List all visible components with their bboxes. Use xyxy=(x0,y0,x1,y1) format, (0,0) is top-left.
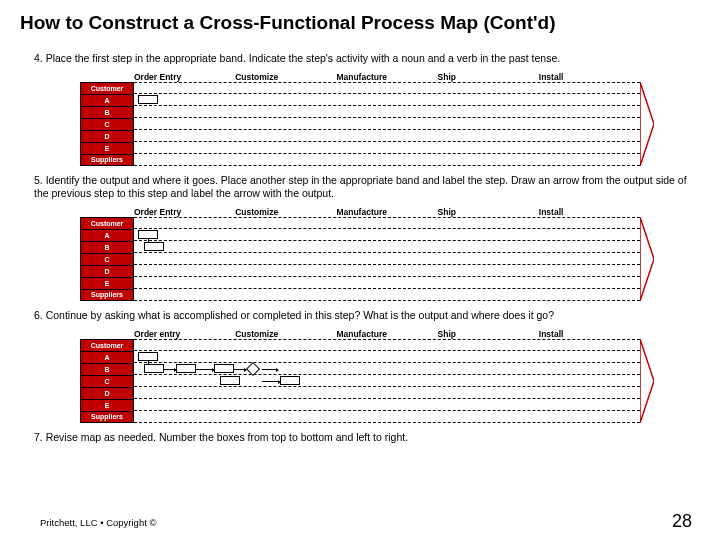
lane-label: Customer xyxy=(80,82,134,94)
process-step-box xyxy=(214,364,234,373)
phase-label: Order Entry xyxy=(134,207,235,217)
step-6-text: 6. Continue by asking what is accomplish… xyxy=(34,309,700,323)
phase-label: Customize xyxy=(235,329,336,339)
lane-label: D xyxy=(80,387,134,399)
lane-label: A xyxy=(80,229,134,241)
lane-label: Suppliers xyxy=(80,411,134,423)
lane-label: B xyxy=(80,241,134,253)
flow-arrowhead-icon xyxy=(640,217,654,301)
lane-label: E xyxy=(80,142,134,154)
phase-label: Manufacture xyxy=(336,329,437,339)
phase-label: Ship xyxy=(438,207,539,217)
swimlanes xyxy=(134,339,640,423)
svg-marker-0 xyxy=(640,82,654,166)
phase-label: Install xyxy=(539,329,640,339)
phase-label: Customize xyxy=(235,72,336,82)
lane-labels: Customer A B C D E Suppliers xyxy=(80,82,134,166)
lane-label: Customer xyxy=(80,217,134,229)
diagram-2: Order Entry Customize Manufacture Ship I… xyxy=(80,207,640,301)
process-step-box xyxy=(176,364,196,373)
decision-diamond xyxy=(246,361,260,375)
process-step-box xyxy=(144,364,164,373)
phase-label: Customize xyxy=(235,207,336,217)
phase-label: Ship xyxy=(438,329,539,339)
lane-label: E xyxy=(80,277,134,289)
page-number: 28 xyxy=(672,511,692,532)
connector-arrow-icon xyxy=(234,369,244,370)
lane-label: C xyxy=(80,375,134,387)
phase-label: Install xyxy=(539,72,640,82)
lane-label: D xyxy=(80,265,134,277)
connector-arrow-icon xyxy=(262,381,278,382)
lane-label: B xyxy=(80,363,134,375)
swimlanes xyxy=(134,82,640,166)
process-step-box xyxy=(144,242,164,251)
lane-label: E xyxy=(80,399,134,411)
svg-marker-2 xyxy=(640,339,654,423)
phase-headers: Order entry Customize Manufacture Ship I… xyxy=(134,329,640,339)
lane-label: C xyxy=(80,253,134,265)
diagram-1: Order Entry Customize Manufacture Ship I… xyxy=(80,72,640,166)
swimlanes xyxy=(134,217,640,301)
lane-label: D xyxy=(80,130,134,142)
connector-arrow-icon xyxy=(164,369,174,370)
process-step-box xyxy=(280,376,300,385)
step-7-text: 7. Revise map as needed. Number the boxe… xyxy=(34,431,700,445)
copyright-footer: Pritchett, LLC • Copyright © xyxy=(40,517,156,528)
flow-arrowhead-icon xyxy=(640,339,654,423)
step-4-text: 4. Place the first step in the appropria… xyxy=(34,52,700,66)
phase-label: Install xyxy=(539,207,640,217)
lane-label: Suppliers xyxy=(80,154,134,166)
lane-label: Customer xyxy=(80,339,134,351)
svg-marker-1 xyxy=(640,217,654,301)
phase-label: Ship xyxy=(438,72,539,82)
phase-headers: Order Entry Customize Manufacture Ship I… xyxy=(134,207,640,217)
connector-arrow-icon xyxy=(262,369,276,370)
process-step-box xyxy=(138,95,158,104)
process-step-box xyxy=(220,376,240,385)
step-5-text: 5. Identify the output and where it goes… xyxy=(34,174,700,201)
phase-label: Order Entry xyxy=(134,72,235,82)
phase-label: Manufacture xyxy=(336,72,437,82)
lane-label: A xyxy=(80,94,134,106)
lane-labels: Customer A B C D E Suppliers xyxy=(80,339,134,423)
phase-label: Order entry xyxy=(134,329,235,339)
lane-labels: Customer A B C D E Suppliers xyxy=(80,217,134,301)
process-step-box xyxy=(138,352,158,361)
connector-arrow-icon xyxy=(196,369,212,370)
page-title: How to Construct a Cross-Functional Proc… xyxy=(20,12,700,34)
diagram-3: Order entry Customize Manufacture Ship I… xyxy=(80,329,640,423)
phase-headers: Order Entry Customize Manufacture Ship I… xyxy=(134,72,640,82)
flow-arrowhead-icon xyxy=(640,82,654,166)
lane-label: Suppliers xyxy=(80,289,134,301)
lane-label: B xyxy=(80,106,134,118)
phase-label: Manufacture xyxy=(336,207,437,217)
lane-label: C xyxy=(80,118,134,130)
process-step-box xyxy=(138,230,158,239)
lane-label: A xyxy=(80,351,134,363)
